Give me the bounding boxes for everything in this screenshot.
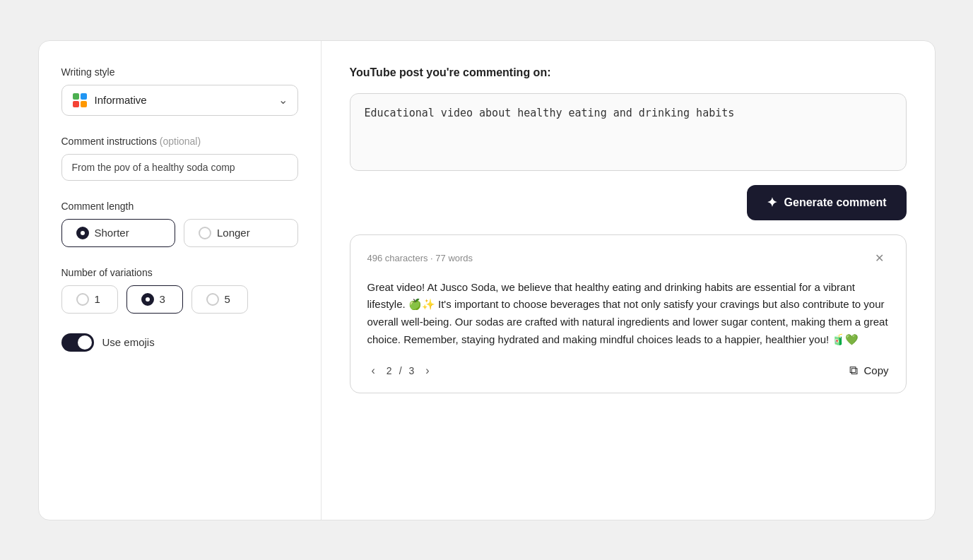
variation-option-3[interactable]: 3 [126,285,183,314]
comment-instructions-input[interactable] [61,154,298,181]
right-panel: YouTube post you're commenting on: Educa… [322,41,935,520]
comment-length-label: Comment length [61,201,298,212]
result-text: Great video! At Jusco Soda, we believe t… [367,279,889,349]
length-shorter-label: Shorter [95,227,129,239]
radio-shorter-circle [76,227,89,239]
variations-section: Number of variations 1 3 5 [61,267,298,314]
result-meta: 496 characters · 77 words ✕ [367,249,889,268]
variation-5-label: 5 [225,293,230,305]
youtube-label: YouTube post you're commenting on: [350,66,907,79]
writing-style-value: Informative [95,94,147,106]
left-panel: Writing style Informative ⌄ Comment inst… [39,41,322,520]
toggle-knob [78,335,92,350]
variation-option-1[interactable]: 1 [61,285,118,314]
page-separator: / [399,365,402,376]
length-option-longer[interactable]: Longer [184,219,298,247]
svg-rect-2 [73,101,79,107]
result-close-button[interactable]: ✕ [871,249,889,268]
variation-1-label: 1 [95,293,100,305]
variations-group: 1 3 5 [61,285,298,314]
generate-btn-label: Generate comment [784,196,887,209]
length-longer-label: Longer [217,227,250,239]
comment-length-section: Comment length Shorter Longer [61,201,298,247]
radio-longer-circle [199,227,211,239]
sparkle-icon: ✦ [767,195,777,210]
chevron-down-icon: ⌄ [278,93,288,107]
result-card: 496 characters · 77 words ✕ Great video!… [350,234,907,393]
variation-3-label: 3 [160,293,165,305]
copy-icon: ⧉ [849,364,858,378]
radio-5-circle [206,293,219,306]
variations-label: Number of variations [61,267,298,278]
page-total: 3 [409,365,415,376]
pagination: ‹ 2 / 3 › [367,363,434,379]
page-current: 2 [387,365,392,376]
use-emojis-row: Use emojis [61,333,298,352]
writing-style-dropdown-left: Informative [72,93,147,108]
youtube-input[interactable]: Educational video about healthy eating a… [350,93,907,171]
svg-rect-3 [81,101,87,107]
next-page-button[interactable]: › [421,363,433,379]
radio-3-circle [141,293,154,306]
writing-style-section: Writing style Informative ⌄ [61,66,298,116]
generate-btn-row: ✦ Generate comment [350,185,907,220]
use-emojis-toggle[interactable] [61,333,94,352]
comment-instructions-section: Comment instructions (optional) [61,136,298,181]
svg-rect-1 [81,93,87,100]
generate-comment-button[interactable]: ✦ Generate comment [747,185,907,220]
use-emojis-label: Use emojis [102,336,155,348]
copy-label: Copy [863,364,888,376]
informative-icon [72,93,88,108]
writing-style-label: Writing style [61,66,298,78]
result-footer: ‹ 2 / 3 › ⧉ Copy [367,363,889,379]
svg-rect-0 [73,93,79,100]
radio-1-circle [76,293,89,306]
result-stats: 496 characters · 77 words [367,253,473,263]
writing-style-dropdown[interactable]: Informative ⌄ [61,85,298,116]
main-card: Writing style Informative ⌄ Comment inst… [38,40,936,520]
variation-option-5[interactable]: 5 [191,285,248,314]
comment-instructions-label: Comment instructions (optional) [61,136,298,147]
copy-button[interactable]: ⧉ Copy [849,364,888,378]
length-radio-group: Shorter Longer [61,219,298,247]
prev-page-button[interactable]: ‹ [367,363,379,379]
length-option-shorter[interactable]: Shorter [61,219,176,247]
